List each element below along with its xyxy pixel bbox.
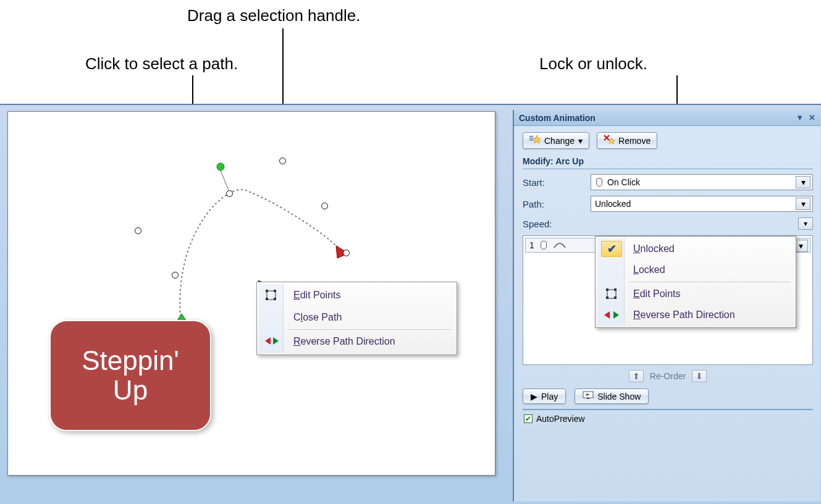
selection-handle[interactable] [279, 158, 286, 164]
chevron-down-icon[interactable]: ▾ [798, 217, 813, 230]
effect-index: 1 [529, 240, 534, 250]
autopreview-checkbox[interactable]: ✔ [524, 414, 533, 423]
dd-item-reverse[interactable]: Reverse Path Direction [597, 304, 794, 326]
path-context-menu: Edit Points Close Path Reverse Path Dire… [256, 282, 457, 355]
edit-points-icon [265, 289, 277, 301]
play-icon: ▶ [531, 392, 537, 401]
dd-item-edit-points[interactable]: Edit Points [597, 284, 794, 304]
pane-menu-arrow-icon[interactable]: ▼ [796, 113, 804, 122]
play-button[interactable]: ▶ Play [523, 388, 566, 404]
selection-handle[interactable] [226, 190, 233, 197]
play-button-label: Play [541, 392, 558, 401]
start-label: Start: [523, 177, 591, 188]
chevron-down-icon: ▾ [578, 136, 583, 146]
ctx-reverse-label: Reverse Path Direction [293, 336, 395, 346]
path-combo[interactable]: Unlocked ▾ [591, 196, 813, 212]
dd-unlocked-label: Unlocked [633, 243, 675, 254]
reverse-path-icon [601, 307, 622, 323]
mouse-icon [539, 241, 548, 250]
svg-rect-10 [529, 136, 533, 136]
slideshow-button-label: Slide Show [597, 392, 641, 401]
svg-marker-9 [273, 337, 279, 345]
pane-title: Custom Animation [519, 113, 596, 123]
slideshow-button[interactable]: Slide Show [575, 388, 649, 404]
speed-label: Speed: [523, 219, 591, 229]
start-value: On Click [607, 177, 640, 187]
svg-rect-18 [587, 398, 589, 399]
slideshow-icon [583, 391, 594, 401]
shape-text: Steppin' Up [82, 346, 179, 406]
svg-marker-8 [265, 337, 271, 345]
dropdown-separator [629, 282, 790, 282]
svg-marker-25 [613, 311, 619, 319]
ctx-separator [288, 329, 451, 330]
modify-header: Modify: Arc Up [523, 156, 813, 169]
dd-reverse-label: Reverse Path Direction [633, 309, 735, 320]
reverse-path-icon [265, 335, 277, 348]
path-label: Path: [523, 199, 591, 209]
selection-handle[interactable] [135, 227, 141, 234]
reorder-label: Re-Order [650, 371, 686, 381]
svg-marker-24 [604, 311, 610, 319]
change-button[interactable]: Change ▾ [523, 132, 589, 149]
ctx-item-edit-points[interactable]: Edit Points [259, 284, 455, 306]
start-combo[interactable]: On Click ▾ [591, 174, 813, 190]
pane-title-bar: Custom Animation ▼ ✕ [514, 110, 820, 126]
callout-drag-handle: Drag a selection handle. [187, 6, 360, 25]
dd-locked-label: Locked [633, 264, 665, 275]
ctx-item-close-path[interactable]: Close Path [259, 306, 455, 329]
change-button-label: Change [544, 136, 575, 146]
ctx-item-reverse-path[interactable]: Reverse Path Direction [259, 330, 455, 353]
dd-edit-points-label: Edit Points [633, 288, 680, 299]
chevron-down-icon[interactable]: ▾ [796, 176, 810, 188]
remove-button-label: Remove [618, 136, 650, 146]
arc-icon [553, 240, 566, 251]
dd-item-locked[interactable]: Locked [597, 259, 794, 280]
autopreview-label: AutoPreview [536, 414, 585, 424]
mouse-icon [595, 178, 604, 187]
remove-button[interactable]: Remove [597, 132, 657, 149]
path-value: Unlocked [595, 199, 631, 209]
selection-handle[interactable] [321, 203, 328, 209]
change-star-icon [529, 135, 541, 146]
selection-handle[interactable] [343, 250, 350, 256]
reorder-down-button[interactable]: ⬇ [692, 370, 707, 382]
chevron-down-icon[interactable]: ▾ [796, 198, 810, 210]
reorder-row: ⬆ Re-Order ⬇ [523, 370, 813, 382]
svg-marker-13 [533, 135, 541, 143]
dd-item-unlocked[interactable]: ✔ Unlocked [597, 238, 794, 259]
svg-rect-12 [529, 140, 533, 140]
reorder-up-button[interactable]: ⬆ [629, 370, 644, 382]
ctx-edit-points-label: Edit Points [293, 290, 340, 300]
check-icon: ✔ [607, 242, 617, 256]
selection-handle[interactable] [172, 272, 179, 279]
edit-points-icon [601, 286, 622, 302]
remove-star-icon [604, 135, 615, 146]
callout-lock-unlock: Lock or unlock. [539, 54, 647, 74]
animated-shape[interactable]: Steppin' Up [49, 320, 211, 431]
pane-close-icon[interactable]: ✕ [809, 113, 815, 122]
svg-marker-16 [608, 138, 615, 144]
path-dropdown: ✔ Unlocked Locked Edit Points Reverse Pa… [595, 236, 796, 328]
callout-click-path: Click to select a path. [85, 54, 238, 74]
ctx-close-path-label: Close Path [293, 312, 342, 322]
